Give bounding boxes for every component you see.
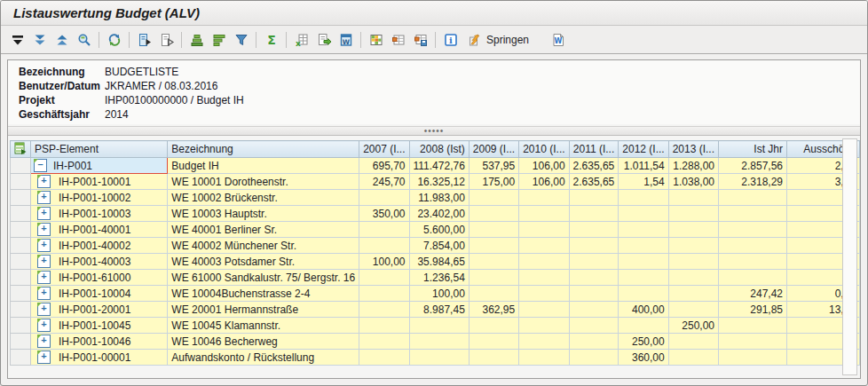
bezeichnung-cell[interactable]: WE 10003 Hauptstr.	[168, 206, 359, 222]
value-cell[interactable]	[409, 350, 469, 366]
psp-element-cell[interactable]: +IH-P001-10045	[31, 318, 168, 334]
value-cell[interactable]: 247,42	[719, 286, 787, 302]
psp-element-cell[interactable]: +IH-P001-40001	[31, 222, 168, 238]
value-cell[interactable]	[668, 286, 718, 302]
value-cell[interactable]	[359, 302, 409, 318]
value-cell[interactable]: 175,00	[469, 174, 518, 190]
value-cell[interactable]: 106,00	[519, 174, 569, 190]
page-forward-outline-button[interactable]	[155, 28, 178, 51]
value-cell[interactable]	[469, 206, 518, 222]
value-cell[interactable]	[569, 222, 619, 238]
psp-element-cell[interactable]: +IH-P001-10003	[31, 206, 168, 222]
page-forward-button[interactable]	[133, 28, 155, 51]
value-cell[interactable]	[519, 238, 569, 254]
collapse-node-icon[interactable]: –	[34, 159, 47, 172]
row-selector[interactable]	[11, 238, 31, 254]
expand-node-icon[interactable]: +	[37, 335, 51, 348]
value-cell[interactable]	[719, 238, 787, 254]
change-layout-button[interactable]	[387, 28, 409, 51]
value-cell[interactable]	[469, 334, 518, 350]
psp-element-cell[interactable]: +IH-P001-40003	[31, 254, 168, 270]
select-all-header[interactable]	[11, 141, 31, 158]
value-cell[interactable]: 291,85	[719, 302, 787, 318]
value-cell[interactable]	[469, 286, 518, 302]
value-cell[interactable]	[359, 222, 409, 238]
expand-node-icon[interactable]: +	[37, 175, 51, 188]
value-cell[interactable]: 250,00	[668, 318, 718, 334]
value-cell[interactable]	[719, 206, 787, 222]
psp-element-cell[interactable]: +IH-P001-10001	[31, 174, 168, 190]
value-cell[interactable]	[469, 318, 518, 334]
row-selector[interactable]	[11, 190, 31, 206]
value-cell[interactable]	[619, 222, 668, 238]
psp-element-cell[interactable]: +IH-P001-10046	[31, 334, 168, 350]
value-cell[interactable]	[409, 318, 469, 334]
value-cell[interactable]	[519, 286, 569, 302]
value-cell[interactable]: 400,00	[619, 302, 668, 318]
value-cell[interactable]	[519, 334, 569, 350]
bezeichnung-cell[interactable]: WE 10001 Dorotheenstr.	[168, 174, 359, 190]
value-cell[interactable]	[519, 206, 569, 222]
value-cell[interactable]: 100,00	[359, 254, 409, 270]
value-cell[interactable]	[469, 222, 518, 238]
value-cell[interactable]	[469, 238, 518, 254]
value-cell[interactable]	[569, 270, 619, 286]
value-cell[interactable]	[569, 350, 619, 366]
export-file-button[interactable]	[312, 28, 335, 51]
bezeichnung-cell[interactable]: WE 10002 Brückenstr.	[168, 190, 359, 206]
row-selector[interactable]	[11, 254, 31, 270]
value-cell[interactable]	[569, 206, 619, 222]
psp-element-cell[interactable]: +IH-P001-10002	[31, 190, 168, 206]
value-cell[interactable]	[619, 270, 668, 286]
value-cell[interactable]	[668, 302, 718, 318]
row-selector[interactable]	[11, 318, 31, 334]
psp-element-cell[interactable]: +IH-P001-00001	[31, 350, 168, 366]
value-cell[interactable]: 11.983,00	[409, 190, 469, 206]
expand-node-icon[interactable]: +	[37, 223, 51, 236]
value-cell[interactable]: 1.288,00	[668, 158, 718, 174]
value-cell[interactable]: 350,00	[359, 206, 409, 222]
expand-node-icon[interactable]: +	[37, 239, 51, 252]
collapse-all-button[interactable]	[6, 28, 28, 51]
value-cell[interactable]	[619, 286, 668, 302]
col-header-psp-element[interactable]: PSP-Element	[31, 141, 168, 158]
value-cell[interactable]	[569, 190, 619, 206]
value-cell[interactable]	[619, 254, 668, 270]
value-cell[interactable]	[619, 318, 668, 334]
value-cell[interactable]	[469, 254, 518, 270]
choose-layout-button[interactable]	[365, 28, 387, 51]
value-cell[interactable]	[519, 190, 569, 206]
save-layout-button[interactable]	[409, 28, 431, 51]
value-cell[interactable]	[668, 190, 718, 206]
vertical-scrollbar[interactable]	[842, 138, 857, 375]
sum-button[interactable]: Σ	[260, 28, 282, 51]
springen-button[interactable]: Springen	[462, 28, 534, 51]
value-cell[interactable]: 16.325,12	[409, 174, 469, 190]
value-cell[interactable]: 537,95	[469, 158, 518, 174]
value-cell[interactable]: 250,00	[619, 334, 668, 350]
value-cell[interactable]	[719, 334, 787, 350]
sort-ascending-button[interactable]	[51, 28, 73, 51]
col-header-2008[interactable]: 2008 (Ist)	[409, 141, 469, 158]
expand-node-icon[interactable]: +	[37, 351, 51, 364]
value-cell[interactable]	[569, 334, 619, 350]
psp-element-cell[interactable]: +IH-P001-20001	[31, 302, 168, 318]
value-cell[interactable]	[519, 222, 569, 238]
value-cell[interactable]	[519, 270, 569, 286]
row-selector[interactable]	[11, 350, 31, 366]
value-cell[interactable]	[619, 238, 668, 254]
row-selector[interactable]	[11, 222, 31, 238]
value-cell[interactable]: 7.854,00	[409, 238, 469, 254]
value-cell[interactable]	[519, 302, 569, 318]
value-cell[interactable]: 2.635,65	[569, 158, 619, 174]
word-processing-button[interactable]: W	[335, 28, 357, 51]
value-cell[interactable]	[519, 254, 569, 270]
value-cell[interactable]: 106,00	[519, 158, 569, 174]
value-cell[interactable]: 100,00	[409, 286, 469, 302]
col-header-2011[interactable]: 2011 (I...	[569, 141, 619, 158]
value-cell[interactable]	[569, 286, 619, 302]
value-cell[interactable]: 245,70	[359, 174, 409, 190]
value-cell[interactable]	[668, 350, 718, 366]
value-cell[interactable]	[409, 334, 469, 350]
bezeichnung-cell[interactable]: WE 61000 Sandkalustr. 75/ Bergstr. 16	[168, 270, 359, 286]
